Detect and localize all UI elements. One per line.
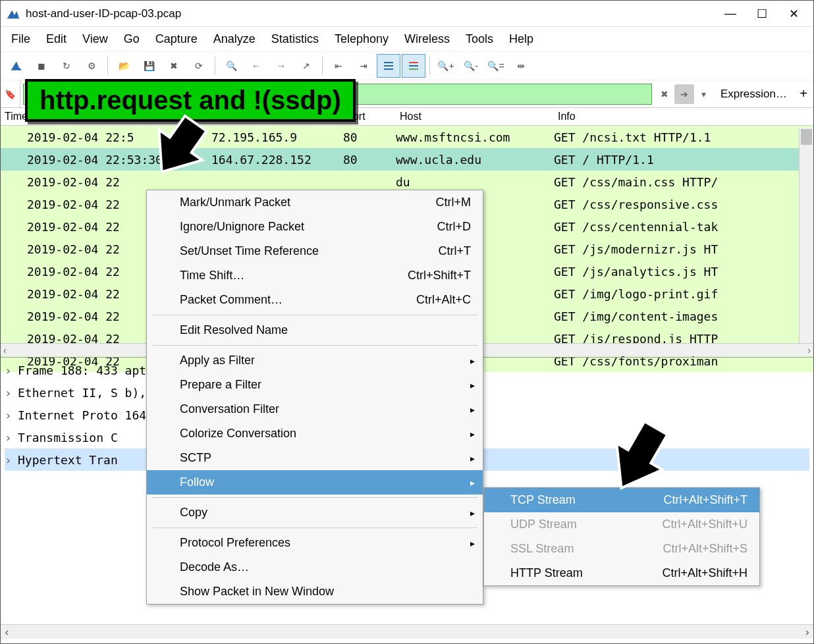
menu-item-copy[interactable]: Copy xyxy=(147,500,483,525)
col-header-host[interactable]: Host xyxy=(396,108,554,125)
svg-rect-2 xyxy=(384,68,393,70)
vertical-scrollbar[interactable] xyxy=(799,128,813,343)
maximize-button[interactable]: ☐ xyxy=(755,7,769,20)
menu-item-follow[interactable]: Follow xyxy=(147,470,483,495)
find-icon[interactable]: 🔍 xyxy=(219,54,243,78)
menu-analyze[interactable]: Analyze xyxy=(213,32,256,46)
menu-wireless[interactable]: Wireless xyxy=(404,32,450,46)
next-icon[interactable]: → xyxy=(269,54,293,78)
menu-item-prepare-a-filter[interactable]: Prepare a Filter xyxy=(147,373,483,397)
col-header-info[interactable]: Info xyxy=(554,108,813,125)
table-row[interactable]: 2019-02-04 22:53:30164.67.228.15280www.u… xyxy=(1,148,813,171)
close-file-icon[interactable]: ✖ xyxy=(162,54,186,78)
window-title: host-and-user-ID-pcap-03.pcap xyxy=(26,7,724,20)
menu-view[interactable]: View xyxy=(82,32,108,46)
svg-marker-6 xyxy=(140,113,217,187)
arrow-annotation-2 xyxy=(590,416,682,508)
menu-help[interactable]: Help xyxy=(509,32,533,46)
restart-icon[interactable]: ↻ xyxy=(55,54,78,78)
bookmark-icon[interactable]: 🔖 xyxy=(1,80,20,107)
save-icon[interactable]: 💾 xyxy=(137,54,161,78)
svg-rect-0 xyxy=(384,62,393,63)
first-icon[interactable]: ⇤ xyxy=(327,54,350,78)
svg-rect-1 xyxy=(384,65,393,67)
jump-icon[interactable]: ↗ xyxy=(294,54,318,78)
submenu-item-http-stream[interactable]: HTTP StreamCtrl+Alt+Shift+H xyxy=(484,561,759,585)
window-controls: — ☐ ✕ xyxy=(724,7,808,20)
arrow-annotation-1 xyxy=(138,113,231,199)
menu-item-decode-as-[interactable]: Decode As… xyxy=(147,555,483,579)
zoom-reset-icon[interactable]: 🔍= xyxy=(484,54,508,78)
titlebar: host-and-user-ID-pcap-03.pcap — ☐ ✕ xyxy=(1,1,813,27)
menu-file[interactable]: File xyxy=(11,32,30,46)
table-row[interactable]: 2019-02-04 22:572.195.165.980www.msftncs… xyxy=(1,126,813,148)
reload-icon[interactable]: ⟳ xyxy=(187,54,211,78)
menu-edit[interactable]: Edit xyxy=(46,32,67,46)
zoom-in-icon[interactable]: 🔍+ xyxy=(434,54,458,78)
apply-filter-icon[interactable]: ➔ xyxy=(674,84,694,104)
minimize-button[interactable]: — xyxy=(724,7,737,20)
last-icon[interactable]: ⇥ xyxy=(352,54,375,78)
menu-go[interactable]: Go xyxy=(124,32,140,46)
menu-capture[interactable]: Capture xyxy=(155,32,198,46)
svg-rect-3 xyxy=(409,62,418,63)
svg-rect-5 xyxy=(409,68,418,70)
menu-item-set-unset-time-reference[interactable]: Set/Unset Time ReferenceCtrl+T xyxy=(147,239,483,263)
detail-horizontal-scrollbar[interactable]: ‹› xyxy=(1,624,813,639)
stop-capture-icon[interactable]: ◼ xyxy=(30,54,53,78)
menu-item-apply-as-filter[interactable]: Apply as Filter xyxy=(147,348,483,373)
menu-item-time-shift-[interactable]: Time Shift…Ctrl+Shift+T xyxy=(147,263,483,288)
menubar: FileEditViewGoCaptureAnalyzeStatisticsTe… xyxy=(1,27,813,51)
submenu-item-ssl-stream[interactable]: SSL StreamCtrl+Alt+Shift+S xyxy=(484,537,759,561)
open-icon[interactable]: 📂 xyxy=(112,54,136,78)
autoscroll-icon[interactable] xyxy=(377,54,400,78)
close-button[interactable]: ✕ xyxy=(787,7,800,20)
submenu-item-udp-stream[interactable]: UDP StreamCtrl+Alt+Shift+U xyxy=(484,512,759,537)
menu-item-colorize-conversation[interactable]: Colorize Conversation xyxy=(147,421,483,446)
shark-fin-icon[interactable] xyxy=(5,54,28,78)
menu-item-ignore-unignore-packet[interactable]: Ignore/Unignore PacketCtrl+D xyxy=(147,215,483,239)
menu-tools[interactable]: Tools xyxy=(466,32,493,46)
menu-item-conversation-filter[interactable]: Conversation Filter xyxy=(147,397,483,421)
context-menu: Mark/Unmark PacketCtrl+MIgnore/Unignore … xyxy=(146,190,483,604)
menu-statistics[interactable]: Statistics xyxy=(271,32,319,46)
menu-item-sctp[interactable]: SCTP xyxy=(147,446,483,470)
filter-history-icon[interactable]: ▾ xyxy=(694,84,714,104)
options-icon[interactable]: ⚙ xyxy=(80,54,103,78)
expression-button[interactable]: Expression… xyxy=(714,85,794,103)
menu-item-show-packet-in-new-window[interactable]: Show Packet in New Window xyxy=(147,579,483,604)
zoom-out-icon[interactable]: 🔍- xyxy=(459,54,483,78)
prev-icon[interactable]: ← xyxy=(244,54,268,78)
resize-columns-icon[interactable]: ⇹ xyxy=(509,54,533,78)
menu-telephony[interactable]: Telephony xyxy=(335,32,389,46)
clear-filter-icon[interactable]: ✖ xyxy=(655,84,674,104)
svg-marker-7 xyxy=(599,416,679,501)
wireshark-icon xyxy=(6,7,20,21)
add-filter-button[interactable]: + xyxy=(794,86,813,101)
menu-item-packet-comment-[interactable]: Packet Comment…Ctrl+Alt+C xyxy=(147,288,483,312)
menu-item-edit-resolved-name[interactable]: Edit Resolved Name xyxy=(147,318,483,342)
menu-item-protocol-preferences[interactable]: Protocol Preferences xyxy=(147,531,483,555)
colorize-icon[interactable] xyxy=(402,54,425,78)
main-toolbar: ◼ ↻ ⚙ 📂 💾 ✖ ⟳ 🔍 ← → ↗ ⇤ ⇥ 🔍+ 🔍- 🔍= ⇹ xyxy=(1,51,813,80)
svg-rect-4 xyxy=(409,65,418,67)
